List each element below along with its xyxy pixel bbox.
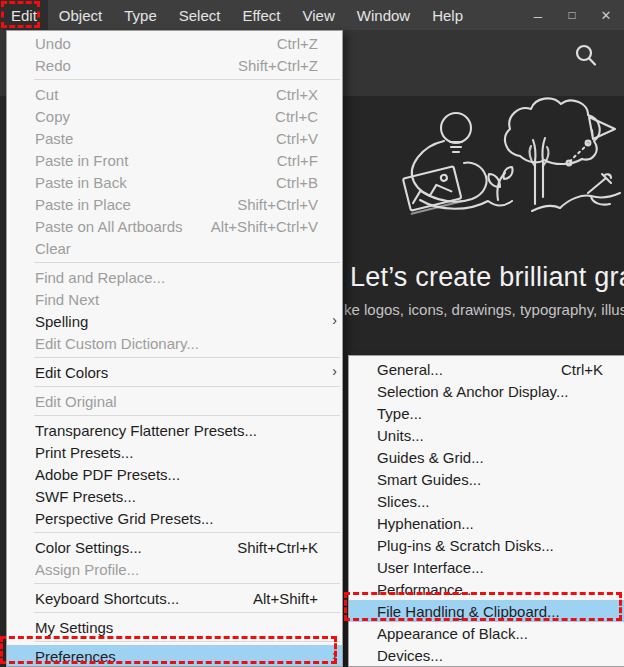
menu-item-label: Paste on All Artboards [35, 218, 199, 235]
menu-item-redo[interactable]: RedoShift+Ctrl+Z [7, 54, 342, 76]
menu-item-clear[interactable]: Clear [7, 237, 342, 259]
menu-item-spelling[interactable]: Spelling› [7, 310, 342, 332]
menu-item-paste-in-back[interactable]: Paste in BackCtrl+B [7, 171, 342, 193]
menu-item-shortcut: Alt+Shift+Ctrl+V [211, 218, 318, 235]
menu-item-paste[interactable]: PasteCtrl+V [7, 127, 342, 149]
menu-item-label: Print Presets... [35, 444, 318, 461]
search-icon[interactable] [572, 42, 600, 70]
menu-item-shortcut: Ctrl+C [275, 108, 318, 125]
menubar-item-view[interactable]: View [292, 0, 346, 30]
menu-item-label: Keyboard Shortcuts... [35, 590, 241, 607]
menu-item-label: Units... [377, 427, 603, 444]
menubar-item-select[interactable]: Select [168, 0, 232, 30]
menu-item-label: Undo [35, 35, 265, 52]
menu-item-label: Edit Custom Dictionary... [35, 335, 318, 352]
minimize-button[interactable]: – [526, 0, 550, 30]
menu-item-label: Devices... [377, 647, 603, 664]
menu-item-label: Paste in Back [35, 174, 264, 191]
menu-item-units[interactable]: Units... [349, 424, 624, 446]
menu-item-shortcut: Shift+Ctrl+K [237, 539, 318, 556]
preferences-submenu-panel: General...Ctrl+KSelection & Anchor Displ… [348, 355, 624, 667]
menu-item-edit-colors[interactable]: Edit Colors› [7, 361, 342, 383]
menu-item-plug-ins-scratch-disks[interactable]: Plug-ins & Scratch Disks... [349, 534, 624, 556]
menu-item-find-next[interactable]: Find Next [7, 288, 342, 310]
menubar-item-edit[interactable]: Edit [0, 0, 48, 30]
menu-item-shortcut: Ctrl+X [276, 86, 318, 103]
menu-item-find-and-replace[interactable]: Find and Replace... [7, 266, 342, 288]
menu-item-type[interactable]: Type... [349, 402, 624, 424]
menu-item-label: Perspective Grid Presets... [35, 510, 318, 527]
menu-item-label: Adobe PDF Presets... [35, 466, 318, 483]
menu-item-guides-grid[interactable]: Guides & Grid... [349, 446, 624, 468]
menu-item-file-handling-clipboard[interactable]: File Handling & Clipboard... [349, 600, 624, 622]
menu-item-assign-profile[interactable]: Assign Profile... [7, 558, 342, 580]
menu-item-label: Paste [35, 130, 264, 147]
menu-item-devices[interactable]: Devices... [349, 644, 624, 666]
menu-item-preferences[interactable]: Preferences› [7, 645, 342, 667]
menu-item-label: Type... [377, 405, 603, 422]
menu-separator [34, 641, 340, 642]
hero-title: Let’s create brilliant grap [350, 262, 624, 293]
menu-item-label: My Settings [35, 619, 318, 636]
menu-item-label: Redo [35, 57, 226, 74]
menu-item-general[interactable]: General...Ctrl+K [349, 358, 624, 380]
menu-item-user-interface[interactable]: User Interface... [349, 556, 624, 578]
doodle-illustration [392, 94, 624, 262]
submenu-arrow-icon: › [332, 363, 337, 379]
submenu-arrow-icon: › [332, 647, 337, 663]
menu-separator [34, 262, 340, 263]
menu-separator [34, 415, 340, 416]
menu-item-smart-guides[interactable]: Smart Guides... [349, 468, 624, 490]
menu-item-label: Find Next [35, 291, 318, 308]
menu-item-hyphenation[interactable]: Hyphenation... [349, 512, 624, 534]
maximize-button[interactable]: □ [560, 0, 584, 30]
menu-item-paste-in-front[interactable]: Paste in FrontCtrl+F [7, 149, 342, 171]
menu-item-transparency-flattener-presets[interactable]: Transparency Flattener Presets... [7, 419, 342, 441]
menu-item-shortcut: Ctrl+K [561, 361, 603, 378]
menu-item-performance[interactable]: Performance... [349, 578, 624, 600]
menu-item-label: Edit Colors [35, 364, 318, 381]
menu-item-label: Performance... [377, 581, 603, 598]
menubar-item-effect[interactable]: Effect [231, 0, 291, 30]
menu-item-perspective-grid-presets[interactable]: Perspective Grid Presets... [7, 507, 342, 529]
close-button[interactable]: ✕ [594, 0, 618, 30]
menu-item-label: Transparency Flattener Presets... [35, 422, 318, 439]
menu-separator [34, 79, 340, 80]
menu-item-label: Appearance of Black... [377, 625, 603, 642]
menubar-item-window[interactable]: Window [346, 0, 421, 30]
menubar-item-object[interactable]: Object [48, 0, 113, 30]
menubar: EditObjectTypeSelectEffectViewWindowHelp… [0, 0, 624, 30]
submenu-arrow-icon: › [332, 312, 337, 328]
menu-item-swf-presets[interactable]: SWF Presets... [7, 485, 342, 507]
menu-item-adobe-pdf-presets[interactable]: Adobe PDF Presets... [7, 463, 342, 485]
menu-item-label: Guides & Grid... [377, 449, 603, 466]
menu-item-keyboard-shortcuts[interactable]: Keyboard Shortcuts...Alt+Shift+ [7, 587, 342, 609]
menu-item-appearance-of-black[interactable]: Appearance of Black... [349, 622, 624, 644]
menu-item-my-settings[interactable]: My Settings [7, 616, 342, 638]
menu-item-shortcut: Ctrl+V [276, 130, 318, 147]
menu-item-label: SWF Presets... [35, 488, 318, 505]
menu-item-slices[interactable]: Slices... [349, 490, 624, 512]
menu-item-edit-custom-dictionary[interactable]: Edit Custom Dictionary... [7, 332, 342, 354]
menu-item-shortcut: Shift+Ctrl+V [237, 196, 318, 213]
menu-item-cut[interactable]: CutCtrl+X [7, 83, 342, 105]
menubar-item-help[interactable]: Help [421, 0, 474, 30]
menu-item-paste-in-place[interactable]: Paste in PlaceShift+Ctrl+V [7, 193, 342, 215]
edit-menu-panel: UndoCtrl+ZRedoShift+Ctrl+ZCutCtrl+XCopyC… [6, 30, 343, 667]
menu-item-paste-on-all-artboards[interactable]: Paste on All ArtboardsAlt+Shift+Ctrl+V [7, 215, 342, 237]
menu-item-label: Color Settings... [35, 539, 225, 556]
menu-item-copy[interactable]: CopyCtrl+C [7, 105, 342, 127]
menu-item-edit-original[interactable]: Edit Original [7, 390, 342, 412]
menu-separator [34, 612, 340, 613]
menu-separator [34, 583, 340, 584]
menu-item-label: Copy [35, 108, 263, 125]
menu-item-label: User Interface... [377, 559, 603, 576]
menu-item-label: Smart Guides... [377, 471, 603, 488]
menu-item-color-settings[interactable]: Color Settings...Shift+Ctrl+K [7, 536, 342, 558]
menu-item-selection-anchor-display[interactable]: Selection & Anchor Display... [349, 380, 624, 402]
menu-item-undo[interactable]: UndoCtrl+Z [7, 32, 342, 54]
hero-subtitle: ke logos, icons, drawings, typography, i… [344, 301, 624, 318]
menu-item-print-presets[interactable]: Print Presets... [7, 441, 342, 463]
menubar-item-type[interactable]: Type [113, 0, 168, 30]
menu-item-shortcut: Alt+Shift+ [253, 590, 318, 607]
